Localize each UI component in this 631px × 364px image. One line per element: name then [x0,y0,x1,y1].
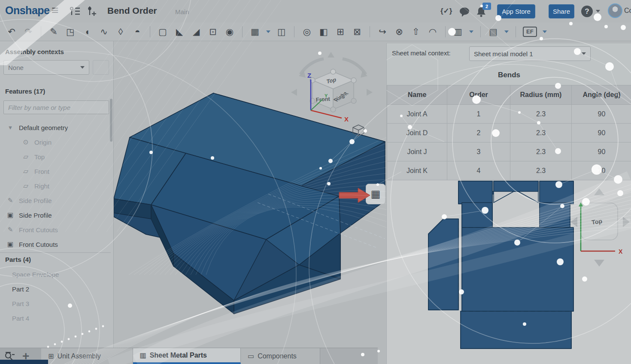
folder-icon: ▭ [248,352,254,360]
bends-column-header: Name [387,85,447,105]
loft-icon[interactable]: ◊ [115,26,126,37]
toolbar-separator [480,26,481,37]
feature-tree-item[interactable]: ▾Default geometry [0,120,111,135]
hole-icon[interactable]: ◉ [224,26,235,37]
fillet-icon[interactable]: ▢ [157,26,168,37]
insert-new-icon[interactable] [87,5,97,17]
dropdown-caret-icon[interactable] [266,30,270,33]
feature-tree-item[interactable]: ✎Side Profile [0,193,111,208]
flat-pattern-viewport[interactable]: Top X [386,179,631,364]
bends-table-cell: 90 [572,143,631,161]
onshape-logo[interactable]: Onshape [5,4,49,17]
workspace-label[interactable]: Main [175,8,189,15]
versions-icon[interactable] [70,6,81,16]
extrude-feature-icon: ▣ [6,211,15,219]
help-icon[interactable]: ? [581,6,593,17]
part-name: Part 3 [12,300,29,307]
sheet-metal-context-caret-icon [582,52,586,55]
part-name: Part 4 [12,315,29,322]
sheet-metal-context-value: Sheet metal model 1 [474,50,533,58]
feature-filter-input[interactable] [3,100,109,114]
versions-history-icon[interactable]: {✓} [440,6,452,15]
featurescript-icon[interactable]: EF [523,27,537,37]
rotate-left-arrow [291,89,297,96]
parts-list-item[interactable]: Part 2 [0,282,111,296]
user-avatar[interactable] [608,3,622,18]
dropdown-caret-icon[interactable] [543,30,547,33]
assembly-context-value: None [8,64,24,71]
bends-table-row[interactable]: Joint K42.370 [387,161,631,180]
shell-icon[interactable]: ⊡ [207,26,218,37]
view-cube[interactable]: Top Front Right Z X Y [288,49,374,129]
app-window: Top Front Right Z X Y ▦ Onshape ≡ [0,0,631,364]
tab-sheet-metal-parts[interactable]: ▥Sheet Metal Parts [133,348,241,364]
tab-unit-assembly[interactable]: ⊞Unit Assembly [41,348,133,364]
assembly-context-extra-button[interactable] [93,60,109,75]
comments-icon[interactable] [458,6,470,18]
thicken-icon[interactable]: ◓ [132,26,143,37]
bends-table-cell: 2 [447,124,510,143]
chamfer-icon[interactable]: ◣ [174,26,185,37]
feature-tree-item[interactable]: ▱Top [0,149,111,164]
app-store-button[interactable]: App Store [497,4,535,18]
bends-table-row[interactable]: Joint J32.390 [387,143,631,161]
toolbar-separator [370,26,370,37]
help-menu-caret-icon[interactable] [596,10,600,12]
main-menu-icon[interactable]: ≡ [52,3,58,17]
move-face-icon[interactable]: ⇧ [410,26,422,37]
mirror-icon[interactable]: ◫ [276,26,287,37]
delete-face-icon[interactable]: ⊗ [394,26,405,37]
split-icon[interactable]: ◧ [318,26,329,37]
undo-icon[interactable]: ↶ [6,26,17,37]
modify-fillet-icon[interactable]: ↪ [377,26,388,37]
feature-tree-item-label: Top [34,153,45,161]
feature-tree-item[interactable]: ▣Front Cutouts [0,237,111,252]
sheet-metal-context-dropdown[interactable]: Sheet metal model 1 [469,46,591,61]
sheet-metal-fold-icon[interactable]: ◠ [427,26,438,37]
document-tab-bar: + ⊞Unit Assembly▥Sheet Metal Parts▭Compo… [0,348,378,364]
share-button[interactable]: Share [549,4,574,18]
view-cube-front-label: Front [316,96,331,103]
delete-part-icon[interactable]: ⊠ [352,26,363,37]
feature-tree-item[interactable]: ▣Side Profile [0,208,111,222]
feature-list-panel: Assembly contexts None Features (17) ▾De… [0,41,114,348]
sheet-metal-model-icon[interactable]: ▤ [488,26,499,37]
bends-table-cell: Joint K [387,161,447,180]
sketch-icon[interactable]: ✎ [48,26,59,37]
transform-icon[interactable]: ⊞ [335,26,346,37]
plane-icon: ▱ [21,182,30,190]
sheet-metal-context-label: Sheet metal context: [392,49,451,57]
feature-tree-item[interactable]: ▱Right [0,179,111,193]
sweep-icon[interactable]: ∿ [98,26,109,37]
flat-view-cube[interactable]: Top X [567,182,631,273]
bends-table-cell: 2.3 [510,105,572,124]
parts-list-item[interactable]: Part 4 [0,311,111,325]
linear-pattern-icon[interactable]: ▦ [249,26,261,37]
parts-list-item[interactable]: Space Envelope [0,267,111,282]
dropdown-caret-icon[interactable] [469,30,473,33]
draft-icon[interactable]: ◢ [191,26,202,37]
feature-tree-item[interactable]: ✎Front Cutouts [0,222,111,237]
plane-icon: ▱ [21,167,30,175]
bends-table-row[interactable]: Joint D22.390 [387,124,631,143]
bends-table-cell: 1 [447,105,510,124]
revolve-icon[interactable]: ◖ [82,26,93,37]
flat-pattern-icon[interactable]: ▥ [452,26,464,37]
isometric-view-icon[interactable] [351,124,366,137]
features-scrollbar[interactable] [110,99,112,142]
feature-tree-item[interactable]: ⊙Origin [0,135,111,149]
boolean-icon[interactable]: ◎ [301,26,312,37]
tab-components[interactable]: ▭Components [241,348,320,364]
feature-tree-item-label: Right [34,182,49,190]
redo-icon[interactable]: ↷ [23,26,34,37]
bends-table-row[interactable]: Joint A12.390 [387,105,631,124]
document-title[interactable]: Bend Order [107,6,157,16]
extrude-icon[interactable]: ◳ [65,26,76,37]
axis-y-label: Y [325,93,328,98]
bends-table: NameOrderRadius (mm)Angle (deg) Joint A1… [387,85,631,180]
dropdown-caret-icon[interactable] [504,30,509,33]
assembly-context-dropdown[interactable]: None [3,60,89,75]
feature-tree-item[interactable]: ▱Front [0,164,111,179]
parts-list-item[interactable]: Part 3 [0,296,111,311]
assembly-icon: ⊞ [48,352,54,360]
